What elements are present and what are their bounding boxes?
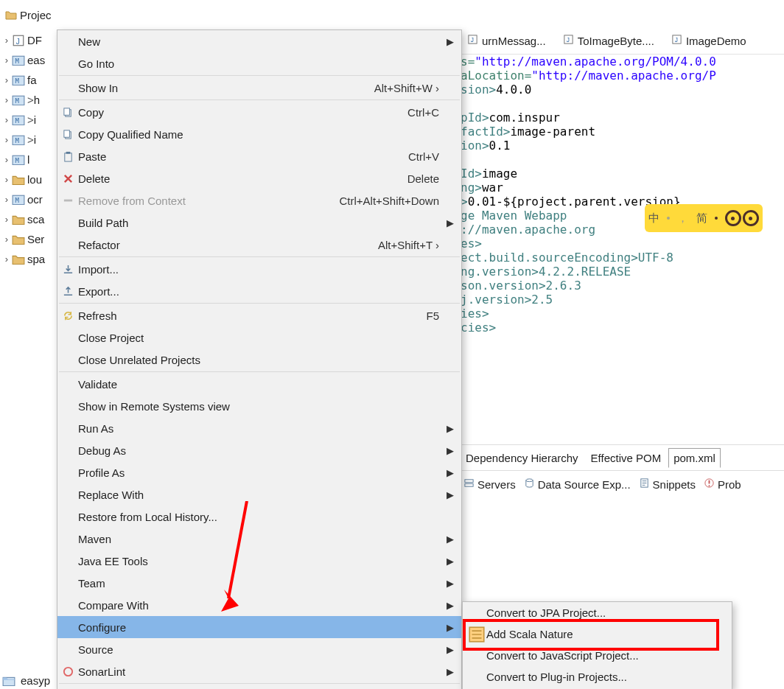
submenu-arrow-icon: ▶ xyxy=(447,578,454,589)
menu-item-configure[interactable]: Configure▶ xyxy=(57,616,461,638)
menu-item-show-in[interactable]: Show InAlt+Shift+W › xyxy=(57,77,461,99)
editor-area[interactable]: s="http://maven.apache.org/POM/4.0.0 aLo… xyxy=(461,54,784,444)
svg-point-24 xyxy=(526,479,533,482)
sidebar-item[interactable]: ›M> i xyxy=(0,110,57,130)
sidebar-item[interactable]: ›Ml xyxy=(0,150,57,169)
pom-tab[interactable]: pom.xml xyxy=(668,448,721,468)
menu-item-export[interactable]: Export... xyxy=(57,280,461,302)
status-bar-project[interactable]: easyp xyxy=(2,674,50,687)
menu-item-show-in-remote-systems-view[interactable]: Show in Remote Systems view xyxy=(57,395,461,417)
menu-item-profile-as[interactable]: Profile As▶ xyxy=(57,461,461,483)
view-tab[interactable]: Snippets xyxy=(636,475,699,493)
export-icon xyxy=(57,286,78,297)
menu-item-restore-from-local-history[interactable]: Restore from Local History... xyxy=(57,506,461,528)
submenu-arrow-icon: ▶ xyxy=(447,600,454,611)
expand-icon[interactable]: › xyxy=(1,134,12,145)
import-icon xyxy=(57,264,78,275)
expand-icon[interactable]: › xyxy=(1,35,12,46)
submenu-arrow-icon: ▶ xyxy=(447,423,454,434)
menu-item-go-into[interactable]: Go Into xyxy=(57,52,461,74)
ime-floating-bar[interactable]: 中 ， 简 xyxy=(645,204,763,232)
sidebar-item[interactable]: ›sca xyxy=(0,209,57,229)
sidebar-item[interactable]: ›M> i xyxy=(0,130,57,150)
menu-separator xyxy=(59,683,460,684)
sidebar-item[interactable]: ›JDF xyxy=(0,30,57,50)
copy-icon xyxy=(57,107,78,118)
sidebar-item[interactable]: ›Mocr xyxy=(0,189,57,209)
snippets-icon xyxy=(639,478,650,491)
expand-icon[interactable]: › xyxy=(1,55,12,66)
menu-item-new[interactable]: New▶ xyxy=(57,30,461,52)
ime-lang-label: 中 xyxy=(648,211,659,225)
expand-icon[interactable]: › xyxy=(1,194,12,205)
svg-text:M: M xyxy=(15,157,20,164)
menu-item-close-project[interactable]: Close Project xyxy=(57,326,461,349)
menu-item-team[interactable]: Team▶ xyxy=(57,572,461,594)
submenu-item-convert-to-javascript-project[interactable]: Convert to JavaScript Project... xyxy=(463,645,732,666)
menu-item-debug-as[interactable]: Debug As▶ xyxy=(57,439,461,461)
prob-icon xyxy=(704,478,715,491)
menu-item-compare-with[interactable]: Compare With▶ xyxy=(57,594,461,616)
sidebar-item[interactable]: ›M> h xyxy=(0,90,57,110)
menu-item-close-unrelated-projects[interactable]: Close Unrelated Projects xyxy=(57,349,461,371)
submenu-arrow-icon: ▶ xyxy=(447,534,454,545)
sidebar-item[interactable]: ›Meas xyxy=(0,50,57,70)
menu-item-properties[interactable]: PropertiesAlt+Enter xyxy=(57,685,461,689)
menu-item-copy[interactable]: CopyCtrl+C xyxy=(57,101,461,123)
expand-icon[interactable]: › xyxy=(1,114,12,125)
pom-tab[interactable]: Dependency Hierarchy xyxy=(461,448,584,468)
sonar-icon xyxy=(57,666,78,677)
svg-rect-23 xyxy=(465,483,473,486)
submenu-arrow-icon: ▶ xyxy=(447,445,454,456)
expand-icon[interactable]: › xyxy=(1,174,12,185)
editor-tab[interactable]: JImageDemo xyxy=(665,31,753,51)
pom-tab[interactable]: Effective POM xyxy=(586,448,667,468)
submenu-item-convert-to-jpa-project[interactable]: Convert to JPA Project... xyxy=(463,602,732,623)
svg-text:M: M xyxy=(15,197,20,204)
submenu-arrow-icon: ▶ xyxy=(447,489,454,500)
menu-item-copy-qualified-name[interactable]: Copy Qualified Name xyxy=(57,123,461,145)
menu-item-build-path[interactable]: Build Path▶ xyxy=(57,211,461,234)
expand-icon[interactable]: › xyxy=(1,154,12,165)
menu-separator xyxy=(59,75,460,76)
menu-item-replace-with[interactable]: Replace With▶ xyxy=(57,483,461,506)
expand-icon[interactable]: › xyxy=(1,74,12,85)
submenu-arrow-icon: ▶ xyxy=(447,644,454,655)
menu-item-paste[interactable]: PasteCtrl+V xyxy=(57,145,461,167)
view-tab[interactable]: Servers xyxy=(461,475,519,493)
menu-item-java-ee-tools[interactable]: Java EE Tools▶ xyxy=(57,550,461,572)
submenu-item-add-scala-nature[interactable]: Add Scala Nature xyxy=(463,623,732,645)
menu-item-source[interactable]: Source▶ xyxy=(57,638,461,660)
submenu-item-convert-to-plug-in-projects[interactable]: Convert to Plug-in Projects... xyxy=(463,666,732,688)
expand-icon[interactable]: › xyxy=(1,94,12,105)
svg-text:J: J xyxy=(16,37,20,45)
sidebar-item[interactable]: ›lou xyxy=(0,169,57,189)
menu-item-refresh[interactable]: RefreshF5 xyxy=(57,304,461,326)
project-explorer[interactable]: ›JDF›Meas›Mfa›M> h›M> i›M> i›Ml›lou›Mocr… xyxy=(0,29,57,689)
menu-item-maven[interactable]: Maven▶ xyxy=(57,528,461,550)
sidebar-item[interactable]: ›Ser xyxy=(0,229,57,249)
maven-icon: M xyxy=(12,154,25,166)
svg-rect-22 xyxy=(465,480,473,483)
editor-tab[interactable]: JurnMessag... xyxy=(461,31,553,51)
menu-item-import[interactable]: Import... xyxy=(57,258,461,280)
view-tab[interactable]: Prob xyxy=(701,475,744,493)
expand-icon[interactable]: › xyxy=(1,253,12,265)
menu-item-validate[interactable]: Validate xyxy=(57,373,461,395)
menu-item-delete[interactable]: DeleteDelete xyxy=(57,167,461,189)
maven-icon: M xyxy=(12,134,25,146)
sidebar-item[interactable]: ›Mfa xyxy=(0,70,57,90)
menu-item-run-as[interactable]: Run As▶ xyxy=(57,417,461,439)
annotation-arrow-icon xyxy=(206,501,258,619)
menu-item-refactor[interactable]: RefactorAlt+Shift+T › xyxy=(57,234,461,256)
maven-icon: M xyxy=(12,114,25,126)
view-tab[interactable]: Data Source Exp... xyxy=(521,475,634,493)
sidebar-item[interactable]: ›spa xyxy=(0,249,57,269)
menu-item-sonarlint[interactable]: SonarLint▶ xyxy=(57,660,461,682)
expand-icon[interactable]: › xyxy=(1,214,12,225)
context-menu: New▶Go IntoShow InAlt+Shift+W ›CopyCtrl+… xyxy=(57,29,462,689)
menu-separator xyxy=(59,303,460,304)
ime-mode-label: 简 xyxy=(696,211,707,225)
editor-tab[interactable]: JToImageByte.... xyxy=(556,31,661,51)
expand-icon[interactable]: › xyxy=(1,234,12,245)
